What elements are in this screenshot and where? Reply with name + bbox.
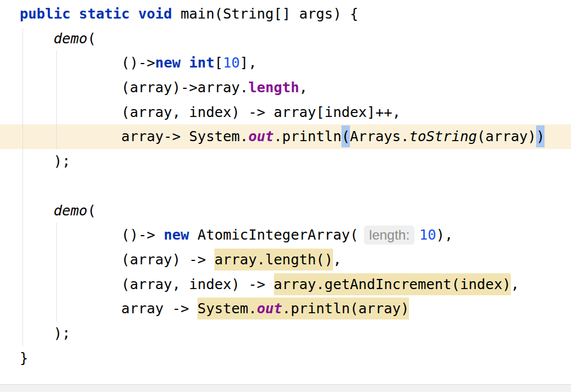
code-segment: ],	[240, 55, 257, 71]
code-segment: (	[341, 125, 350, 147]
code-segment: 10	[419, 227, 436, 243]
code-segment: (array, index) ->	[20, 276, 274, 292]
code-segment: System.	[197, 298, 257, 319]
code-segment: (array) ->	[20, 251, 214, 268]
code-line[interactable]: }	[0, 346, 571, 371]
code-segment: );	[20, 325, 70, 341]
code-segment: demo	[53, 202, 87, 219]
code-segment	[20, 30, 53, 47]
code-segment: ),	[436, 227, 453, 243]
code-segment: array.length()	[214, 249, 333, 271]
code-segment: ,	[299, 79, 308, 96]
code-segment: (	[87, 202, 96, 219]
indent-guide	[56, 51, 57, 150]
code-segment: (array, index) -> array[index]++,	[20, 104, 401, 120]
code-segment: }	[20, 350, 28, 366]
code-line[interactable]: array-> System.out.println(Arrays.toStri…	[0, 124, 571, 149]
code-segment: (array)->array.	[20, 79, 248, 96]
code-line[interactable]: (array)->array.length,	[0, 75, 571, 100]
bottom-bar	[0, 384, 571, 392]
code-segment: toString	[409, 128, 476, 145]
code-line[interactable]: ()-> new AtomicIntegerArray(length:10),	[0, 223, 571, 247]
code-line[interactable]: demo(	[0, 199, 571, 223]
code-line[interactable]: );	[0, 321, 571, 346]
code-segment: array-> System.	[20, 128, 248, 145]
code-line[interactable]: );	[0, 149, 571, 174]
code-line[interactable]: array -> System.out.println(array)	[0, 296, 571, 321]
code-segment: (array)	[477, 128, 536, 145]
code-segment: 10	[223, 55, 240, 71]
code-segment: ()->	[20, 227, 164, 243]
code-segment: array ->	[20, 300, 197, 317]
code-segment: ,	[333, 251, 341, 268]
code-segment: )	[536, 125, 545, 147]
code-line[interactable]: public static void main(String[] args) {	[0, 2, 571, 26]
code-segment: new	[164, 227, 189, 243]
code-segment: main(String[] args) {	[172, 6, 358, 22]
code-segment: ()->	[20, 55, 155, 71]
code-segment: );	[20, 153, 70, 169]
indent-guide	[56, 223, 57, 322]
code-segment: AtomicIntegerArray(	[189, 227, 358, 243]
code-line[interactable]: (array, index) -> array.getAndIncrement(…	[0, 272, 571, 297]
code-segment: ,	[511, 276, 519, 292]
code-segment	[20, 202, 53, 219]
code-segment: .println(array)	[282, 298, 410, 319]
code-segment: demo	[53, 30, 87, 47]
code-segment: out	[248, 128, 273, 145]
code-segment: length	[248, 79, 299, 96]
parameter-hint: length:	[364, 226, 415, 245]
code-segment: new int	[155, 55, 214, 71]
code-segment: (	[87, 30, 96, 47]
code-line[interactable]: ()->new int[10],	[0, 51, 571, 75]
code-area[interactable]: public static void main(String[] args) {…	[0, 2, 571, 370]
code-segment: Arrays.	[350, 128, 409, 145]
code-line[interactable]: (array, index) -> array[index]++,	[0, 100, 571, 125]
code-segment: public static void	[20, 6, 172, 22]
code-line[interactable]	[0, 174, 571, 199]
code-segment: array.getAndIncrement(index)	[274, 273, 511, 295]
indent-guide	[23, 28, 23, 346]
code-line[interactable]: (array) -> array.length(),	[0, 247, 571, 272]
code-segment: .println	[274, 128, 341, 145]
code-segment: [	[214, 55, 223, 71]
code-line[interactable]: demo(	[0, 26, 571, 51]
code-segment: out	[257, 298, 282, 319]
